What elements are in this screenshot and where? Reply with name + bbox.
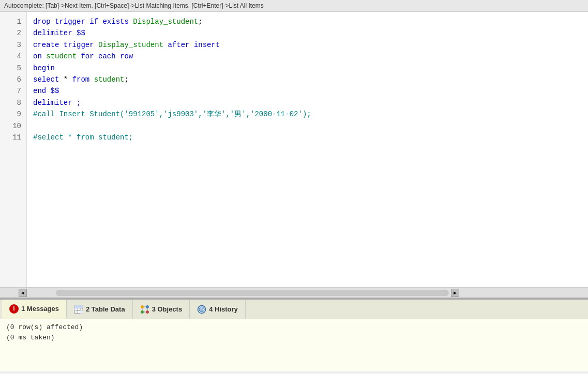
output-area: (0 row(s) affected)(0 ms taken)	[0, 319, 588, 371]
svg-point-10	[141, 310, 143, 313]
svg-rect-5	[74, 305, 83, 308]
svg-point-9	[146, 305, 148, 308]
line-numbers: 1234567891011	[0, 12, 27, 287]
scrollbar-track[interactable]	[56, 290, 449, 296]
code-container: 1234567891011 drop trigger if exists Dis…	[0, 12, 588, 287]
tab-messages[interactable]: i 1 Messages	[2, 300, 67, 319]
bottom-panel: i 1 Messages 2 Table Data	[0, 299, 588, 371]
table-data-icon	[74, 305, 83, 314]
code-line: drop trigger if exists Display_student;	[33, 16, 582, 27]
tabs-bar: i 1 Messages 2 Table Data	[0, 300, 588, 319]
tab-objects[interactable]: 3 Objects	[133, 300, 190, 319]
scrollbar-area: ◀ ▶	[0, 287, 588, 298]
editor-area[interactable]: 1234567891011 drop trigger if exists Dis…	[0, 12, 588, 299]
code-line: create trigger Display_student after ins…	[33, 39, 582, 51]
tab-tabledata-label: 2 Table Data	[86, 305, 125, 313]
code-content[interactable]: drop trigger if exists Display_student;d…	[27, 12, 588, 287]
code-line: on student for each row	[33, 51, 582, 62]
scroll-right-btn[interactable]: ▶	[451, 289, 459, 297]
svg-point-8	[141, 305, 143, 308]
objects-icon	[140, 305, 149, 314]
scroll-left-btn[interactable]: ◀	[19, 289, 27, 297]
tab-tabledata[interactable]: 2 Table Data	[67, 300, 133, 319]
output-line: (0 ms taken)	[6, 333, 582, 343]
code-line: select * from student;	[33, 74, 582, 85]
code-line: #select * from student;	[33, 132, 582, 143]
code-line: delimiter ;	[33, 97, 582, 108]
svg-point-11	[146, 310, 148, 313]
tab-history[interactable]: 4 History	[190, 300, 246, 319]
tab-history-label: 4 History	[209, 305, 238, 313]
code-line	[33, 120, 582, 132]
messages-icon: i	[9, 304, 19, 314]
svg-rect-6	[74, 308, 77, 310]
autocomplete-bar: Autocomplete: [Tab]->Next Item. [Ctrl+Sp…	[0, 0, 588, 12]
history-icon	[197, 305, 206, 314]
code-line: begin	[33, 63, 582, 74]
code-line: end $$	[33, 85, 582, 97]
output-line: (0 row(s) affected)	[6, 322, 582, 333]
tab-messages-label: 1 Messages	[21, 305, 59, 313]
code-line: #call Insert_Student('991205','js9903','…	[33, 108, 582, 120]
code-line: delimiter $$	[33, 27, 582, 39]
svg-rect-7	[80, 310, 83, 314]
tab-objects-label: 3 Objects	[152, 305, 183, 313]
